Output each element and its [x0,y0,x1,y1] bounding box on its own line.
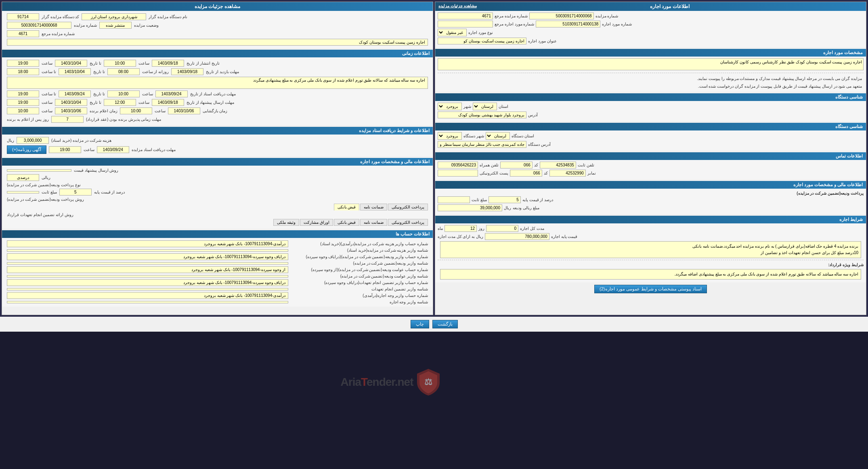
email-label: پست الکترونیکی [480,171,508,175]
address-label: آدرس [528,113,538,117]
accounts-container: شماره حساب وازیر هزینه شرکت در مزایده(در… [2,238,433,307]
deposit-method-label: روش پرداخت ودیعه(تضمین شرکت در مزایده) [7,197,84,202]
account-value-2: درایاف وجوه سپرده-100791113094- بانک شهر… [7,253,288,260]
left-panel-title: اطلاعات مورد اجاره [650,4,690,9]
account-value-9 [7,301,288,303]
province-select[interactable]: لرستان [473,103,497,110]
tab-contract-electronic[interactable]: پرداخت الکترونیکی [388,219,428,226]
back-button[interactable]: بازگشت [432,320,458,328]
duration-label: مدت کل اجاره [520,226,544,231]
auction-number-input[interactable] [529,13,594,19]
duration-months-input[interactable] [444,225,477,232]
lease-ref-label: شماره مورد اجاره مرجع [495,22,534,26]
device-address-input[interactable] [438,141,526,148]
winner-date-label: زمان اعلام برنده [90,109,117,113]
submit-from-time: 12:00 [104,99,136,106]
account-row-8: شماره حساب وازیر وجه اجاره(درآمدی) درآمد… [7,292,428,299]
account-row-2: شماره حساب وازیر ودیعه(تضمین شرکت در مزا… [7,253,428,260]
tab-deposit-cash[interactable]: قبض بانکی [334,204,360,210]
tab-contract-property[interactable]: وثیقه ملکی [273,219,299,226]
account-label-8: شماره حساب وازیر وجه اجاره(درآمدی) [290,293,428,298]
phone-input[interactable] [540,162,576,168]
validity-to-time: 18:00 [7,68,39,75]
base-rent-currency: ریال به ازای کل مدت اجاره [438,234,483,239]
mobile-input[interactable] [438,162,478,168]
tab-contract-bonds[interactable]: اوراق مشارکت [300,219,333,226]
lease-finance-section-header: اطلاعات مالی و مشخصات مورد اجاره [2,158,433,166]
right-panel-header: مشاهده جزئیات مزایده [2,2,433,11]
print-button[interactable]: چاپ [411,320,429,328]
validity-from-label: مهلت بازدید از تاریخ [206,69,239,74]
validity-to-time-label: تا ساعت [42,69,56,74]
deposit-method-tabs: پرداخت الکترونیکی ضمانت نامه قبض بانکی [4,202,430,212]
auction-org-label: نام دستگاه مزایده گزار [149,15,187,19]
fixed-amount-input[interactable] [438,196,470,203]
device-address-label: آدرس دستگاه [528,142,551,147]
type-select[interactable]: غیر منقول [438,29,467,36]
submit-from-label: مهلت ارسال پیشنهاد از تاریخ [187,100,234,105]
validity-from-time: 08:00 [107,68,140,75]
submit-to-time: 19:00 [7,99,39,106]
city-select[interactable]: بروجرد [438,103,462,110]
account-value-6: درایاف وجوه سپرده-100791113094- بانک شهر… [7,279,288,286]
email-input[interactable] [438,170,478,177]
account-label-7: شناسه وازیر تضمین انجام تعهدات [290,287,428,291]
price-method-label: روش ارسال پیشنهاد قیمت [74,168,118,172]
deposit-amount-input[interactable] [438,204,502,211]
tab-deposit-guarantee[interactable]: ضمانت نامه [360,204,387,210]
left-panel-header: اطلاعات مورد اجاره مشاهده جزئیات مزایده [435,2,866,11]
price-currency-value: درصدی [7,174,39,181]
fax-code-input[interactable] [510,170,542,177]
account-label-3: شناسه وازیر ودیعه(تضمین شرکت در مزایده) [290,261,428,265]
contract-days-label: مهلت زمانی پذیرش برنده بودن (عقد قرارداد… [86,117,161,122]
docs-btn[interactable]: اسناد پیوستی مشخصات و شرایط عمومی مورد ا… [594,285,707,293]
device-city-select[interactable]: بروجرد [438,132,462,140]
tab-contract-cash[interactable]: قبض بانکی [334,219,360,226]
receipt-from-date: 1403/09/24 [155,90,188,97]
doc-fee-currency: ریال [7,138,14,143]
account-row-3: شناسه وازیر ودیعه(تضمین شرکت در مزایده) [7,261,428,265]
fax-input[interactable] [549,170,586,177]
device-city-label: شهر دستگاه [463,134,484,138]
validity-from-time-label: روزانه از ساعت [142,69,169,74]
deposit-type-label: نوع پرداخت ودیعه(تضمین شرکت در مزایده) [7,183,81,187]
submit-from-time-label: ساعت [138,100,149,105]
receipt-from-time: 10:00 [107,90,140,97]
deposit-percent-label: درصد از قیمت پایه [94,190,125,194]
base-rent-input[interactable] [485,233,549,240]
left-panel: اطلاعات مورد اجاره مشاهده جزئیات مزایده … [435,2,866,315]
winner-time-label: ساعت [42,109,52,113]
info-text-2: متعهد می شود در ارسال پیشنهاد قیمت از طر… [438,82,864,90]
percent-input[interactable] [489,196,521,203]
lease-number-input[interactable] [536,21,600,27]
doc-btn[interactable]: آگهی روزنامه(+) [7,145,46,154]
account-label-9: شناسه وازیر وجه اجاره [290,300,428,304]
opening-time: 10:00 [120,107,152,114]
submit-to-time-label: ساعت [42,100,52,105]
validity-to-label: تا تاریخ [93,69,105,74]
view-details-link[interactable]: مشاهده جزئیات مزایده [438,4,477,8]
reference-number-input[interactable] [438,13,493,19]
lease-ref-input[interactable] [438,21,493,27]
account-row-0: شماره حساب وازیر هزینه شرکت در مزایده(در… [7,240,428,247]
device-section-header: شناسی دستگاه [435,123,866,130]
specs-textarea[interactable]: اجاره زمین پیست اسکیت بوستان کودک طبق نظ… [438,58,864,70]
docs-section-header: اطلاعات و شرایط دریافت اسناد مزایده [2,127,433,135]
phone-code-input[interactable] [500,162,533,168]
publish-from-date: 1403/09/18 [152,60,184,67]
bottom-buttons: بازگشت چاپ [0,317,868,332]
duration-days-input[interactable] [486,225,518,232]
publish-from-label: تاریخ انتشار از تاریخ [187,61,220,65]
finance-section-header: اطلاعات مالی و مشخصات مورد اجاره [435,181,866,189]
contract-method-label: روش ارائه تضمین انجام تعهدات قرارداد [7,212,73,217]
tab-deposit-electronic[interactable]: پرداخت الکترونیکی [388,204,428,210]
tab-contract-guarantee[interactable]: ضمانت نامه [360,219,387,226]
address-section-header: شناسی دستگاه [435,93,866,101]
publish-to-date: 1403/10/04 [55,60,87,67]
lease-number-label: شماره مورد اجاره [602,22,632,26]
receipt-to-time: 19:00 [7,90,39,97]
device-province-select[interactable]: لرستان [486,132,510,140]
account-row-1: شناسه وازیر هزینه شرکت در مزایده(خرید اس… [7,248,428,252]
title-input[interactable] [438,38,526,44]
address-input[interactable] [438,111,526,118]
